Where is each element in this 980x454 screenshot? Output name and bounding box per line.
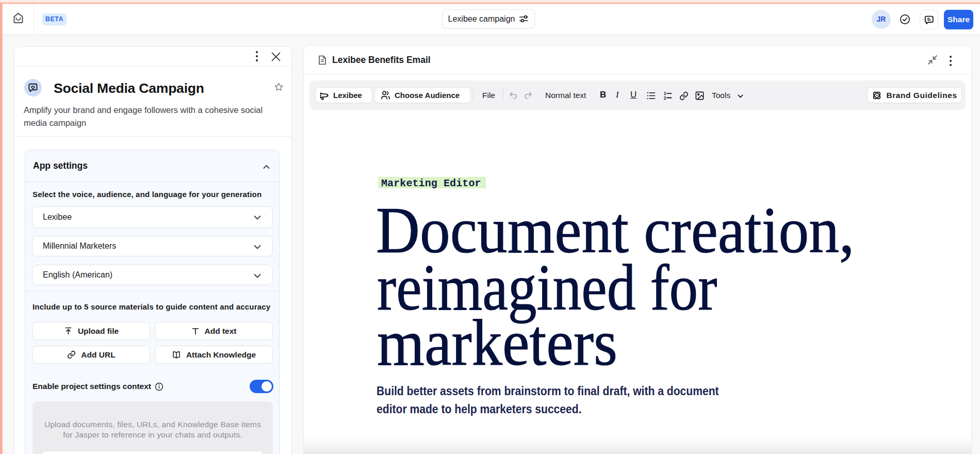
svg-text:2: 2 [664,95,666,101]
